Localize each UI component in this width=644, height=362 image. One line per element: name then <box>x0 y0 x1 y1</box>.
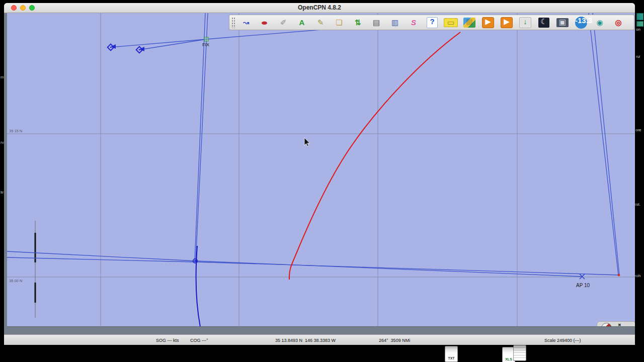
print-icon[interactable]: ▤ <box>367 16 385 29</box>
cursor-bearing-readout: 264° 3509 NMi <box>379 338 410 343</box>
cursor-position-readout: 35 13.8493 N 146 38.3383 W <box>275 338 336 343</box>
graticule-grid <box>7 13 635 327</box>
toolbar-grip[interactable] <box>231 17 235 28</box>
enc-text-icon[interactable]: A <box>293 16 311 29</box>
fix-waypoint-label: FIX <box>202 42 209 47</box>
desktop-icon-fragment[interactable] <box>636 13 643 20</box>
celestial-nav-icon[interactable]: ☾ <box>535 16 553 29</box>
close-button[interactable] <box>11 5 17 11</box>
chart-downloader-icon[interactable]: ▦ <box>460 16 478 29</box>
latitude-label: 35 15 N <box>9 129 22 133</box>
txt-file-icon[interactable]: TXT <box>445 346 458 362</box>
desktop-file-label-fragment: ore <box>635 128 641 132</box>
snapshot-icon[interactable]: ▣ <box>553 16 572 29</box>
mouse-cursor <box>304 138 310 146</box>
cog-readout: COG ---° <box>190 338 208 343</box>
ais-targets-icon[interactable]: ✎ <box>311 16 330 29</box>
screen: mW rvi lir on nz ore est. rch TXT XLS Op… <box>0 0 644 362</box>
latitude-label: 35 00 N <box>9 279 22 283</box>
chart-scale-readout: Scale 249400 (---) <box>544 338 581 343</box>
route-line[interactable] <box>7 13 619 277</box>
chart-edge-band <box>7 326 635 335</box>
txt-file-label: TXT <box>445 356 457 360</box>
red-route-line[interactable] <box>289 32 460 280</box>
ap10-waypoint-label: AP 10 <box>576 283 590 288</box>
download-icon[interactable]: ↓ <box>516 16 534 29</box>
traffic-lights <box>11 5 35 11</box>
window-title: OpenCPN 4.8.2 <box>4 3 635 13</box>
grib-icon[interactable]: ▶ <box>479 16 497 29</box>
opencpn-window: OpenCPN 4.8.2 35 15 N 35 00 N <box>4 3 635 345</box>
globe-plugin-icon[interactable]: ◉ <box>591 16 609 29</box>
desktop-file-label-fragment: on <box>636 27 640 32</box>
chart-canvas[interactable]: 35 15 N 35 00 N <box>7 13 635 335</box>
route-end-mark <box>618 274 620 277</box>
sog-readout: SOG --- kts <box>156 338 179 343</box>
logbook-icon[interactable]: ▶ <box>498 16 516 29</box>
titlebar[interactable]: OpenCPN 4.8.2 <box>4 3 635 13</box>
route-manager-icon[interactable]: ▥ <box>386 16 404 29</box>
chart-graphics: 35 15 N 35 00 N <box>7 13 635 335</box>
help-icon[interactable]: ? <box>423 16 441 29</box>
wmm-variation-icon[interactable]: -13.3 <box>572 16 590 29</box>
mob-icon[interactable]: ◎ <box>609 16 627 29</box>
create-route-icon[interactable]: ↝ <box>237 16 255 29</box>
tracks-icon[interactable]: S <box>405 16 423 29</box>
waypoint-diamond[interactable] <box>108 44 143 53</box>
desktop-icon-fragment[interactable] <box>636 21 643 27</box>
auto-follow-icon[interactable]: ● <box>256 16 274 29</box>
track-line[interactable] <box>196 246 200 327</box>
document-file-icon[interactable] <box>513 345 526 361</box>
zoom-button[interactable] <box>29 5 35 11</box>
desktop-file-label-fragment: rch <box>635 274 640 278</box>
desktop-file-label-fragment: nz <box>636 54 640 59</box>
measure-icon[interactable]: ▭ <box>442 16 460 29</box>
currents-icon[interactable]: ❏ <box>330 16 348 29</box>
fix-waypoint[interactable]: FIX <box>202 37 209 47</box>
tides-icon[interactable]: ⇅ <box>349 16 367 29</box>
status-bar: SOG --- kts COG ---° 35 13.8493 N 146 38… <box>4 334 635 345</box>
main-toolbar: ↝ ● ✐ A ✎ ❏ ⇅ ▤ ▥ S ? ▭ ▦ ▶ ▶ ↓ ☾ ▣ -13.… <box>229 15 634 30</box>
minimize-button[interactable] <box>20 5 26 11</box>
desktop-file-label-fragment: lir <box>1 190 4 195</box>
settings-icon[interactable]: ✐ <box>274 16 292 29</box>
